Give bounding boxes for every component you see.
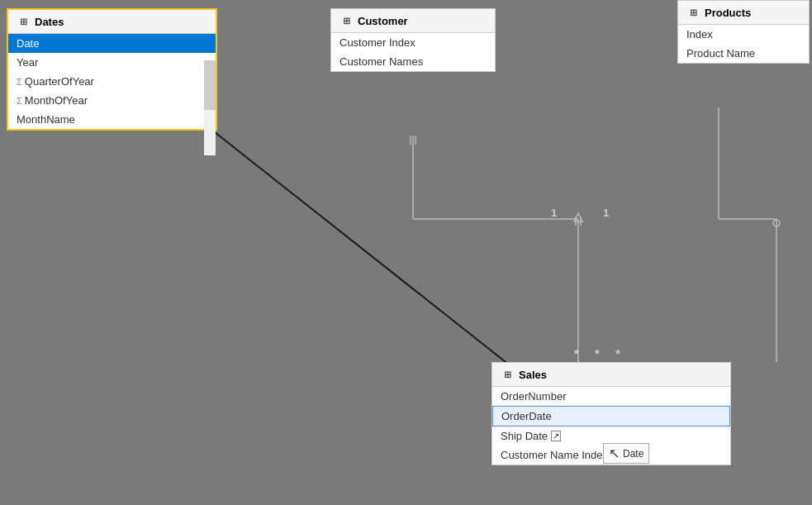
dates-table: ⊞ Dates Date Year Σ QuarterOfYear Σ Mont… <box>7 8 217 131</box>
sales-row-orderdate[interactable]: OrderDate <box>492 406 730 426</box>
table-grid-icon: ⊞ <box>501 368 514 381</box>
sales-title: Sales <box>519 369 547 381</box>
dates-row-monthofyear[interactable]: Σ MonthOfYear <box>8 91 216 110</box>
external-link-icon: ↗ <box>551 431 561 441</box>
dates-row-monthname[interactable]: MonthName <box>8 110 216 129</box>
products-table: ⊞ Products Index Product Name <box>677 0 810 64</box>
products-title: Products <box>705 7 751 19</box>
dates-header: ⊞ Dates <box>8 10 216 34</box>
customer-row-names[interactable]: Customer Names <box>331 52 495 71</box>
svg-text:*: * <box>615 346 620 360</box>
customer-header: ⊞ Customer <box>331 9 495 33</box>
products-header: ⊞ Products <box>678 1 809 25</box>
orderdate-label: OrderDate <box>501 410 552 422</box>
shipdate-label: Ship Date <box>501 430 548 442</box>
svg-text:*: * <box>574 346 579 360</box>
svg-text:1: 1 <box>603 207 609 219</box>
dates-row-date[interactable]: Date <box>8 34 216 53</box>
table-grid-icon: ⊞ <box>340 14 353 27</box>
dates-row-year[interactable]: Year <box>8 53 216 72</box>
dates-title: Dates <box>35 16 64 28</box>
products-row-productname[interactable]: Product Name <box>678 44 809 63</box>
sales-row-ordernumber[interactable]: OrderNumber <box>492 387 730 406</box>
dates-row-quarterofyear[interactable]: Σ QuarterOfYear <box>8 72 216 91</box>
svg-text:*: * <box>595 346 600 360</box>
products-row-index[interactable]: Index <box>678 25 809 44</box>
svg-text:1: 1 <box>551 207 557 219</box>
customer-title: Customer <box>358 15 408 27</box>
customer-table: ⊞ Customer Customer Index Customer Names <box>330 8 496 72</box>
sales-table: ⊞ Sales OrderNumber OrderDate Ship Date … <box>491 362 731 465</box>
scroll-thumb[interactable] <box>204 60 216 110</box>
table-grid-icon: ⊞ <box>686 6 700 19</box>
sales-row-customernameindex[interactable]: Customer Name Index <box>492 445 730 465</box>
table-grid-icon: ⊞ <box>17 15 30 28</box>
customer-row-index[interactable]: Customer Index <box>331 33 495 52</box>
scrollbar[interactable] <box>204 60 216 155</box>
sales-row-shipdate[interactable]: Ship Date ↗ <box>492 426 730 445</box>
svg-point-9 <box>773 220 780 226</box>
svg-marker-17 <box>574 213 582 222</box>
sales-header: ⊞ Sales <box>492 363 730 387</box>
